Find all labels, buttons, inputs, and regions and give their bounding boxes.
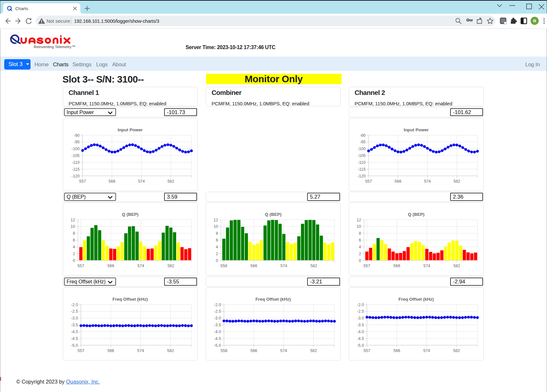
svg-text:558: 558 bbox=[220, 264, 227, 268]
svg-text:-3.5: -3.5 bbox=[71, 323, 78, 327]
svg-text:582: 582 bbox=[453, 179, 460, 184]
svg-text:-120: -120 bbox=[358, 174, 366, 178]
svg-text:-105: -105 bbox=[72, 153, 80, 158]
svg-text:-5.0: -5.0 bbox=[71, 343, 78, 348]
svg-text:566: 566 bbox=[395, 179, 401, 184]
svg-text:582: 582 bbox=[453, 348, 460, 353]
svg-text:-5.0: -5.0 bbox=[357, 343, 364, 348]
svg-text:4: 4 bbox=[216, 245, 218, 249]
svg-text:-3.5: -3.5 bbox=[214, 323, 221, 327]
svg-text:Freq Offset (kHz): Freq Offset (kHz) bbox=[112, 297, 148, 302]
svg-text:-3.0: -3.0 bbox=[214, 316, 221, 321]
svg-text:4: 4 bbox=[73, 245, 75, 249]
svg-text:-115: -115 bbox=[358, 167, 366, 172]
svg-text:582: 582 bbox=[310, 348, 317, 353]
svg-text:8: 8 bbox=[216, 231, 218, 236]
svg-text:566: 566 bbox=[250, 348, 257, 353]
svg-text:Freq Offset (kHz): Freq Offset (kHz) bbox=[255, 297, 291, 302]
svg-text:557: 557 bbox=[364, 348, 371, 353]
svg-text:8: 8 bbox=[359, 231, 361, 236]
svg-text:-2.5: -2.5 bbox=[214, 309, 221, 314]
svg-text:-4.5: -4.5 bbox=[214, 336, 221, 341]
svg-text:574: 574 bbox=[423, 348, 430, 353]
svg-text:566: 566 bbox=[251, 264, 257, 268]
svg-text:-95: -95 bbox=[74, 140, 80, 144]
svg-text:0: 0 bbox=[73, 258, 75, 263]
svg-text:-105: -105 bbox=[358, 153, 366, 158]
svg-text:-95: -95 bbox=[360, 140, 366, 144]
svg-text:557: 557 bbox=[77, 264, 84, 268]
svg-text:0: 0 bbox=[216, 258, 218, 263]
svg-text:574: 574 bbox=[280, 348, 287, 353]
svg-text:574: 574 bbox=[137, 264, 144, 268]
svg-text:566: 566 bbox=[394, 264, 400, 268]
svg-text:-100: -100 bbox=[358, 147, 366, 151]
svg-text:R: R bbox=[533, 19, 536, 23]
svg-text:Freq Offset (kHz): Freq Offset (kHz) bbox=[398, 297, 434, 302]
svg-text:-4.0: -4.0 bbox=[71, 330, 78, 334]
svg-text:-2.5: -2.5 bbox=[357, 309, 364, 314]
svg-text:-4.0: -4.0 bbox=[357, 330, 364, 334]
svg-text:-3.0: -3.0 bbox=[357, 316, 364, 321]
svg-text:574: 574 bbox=[138, 179, 145, 184]
svg-text:574: 574 bbox=[424, 179, 431, 184]
svg-text:Input Power: Input Power bbox=[404, 127, 429, 132]
svg-text:-115: -115 bbox=[72, 167, 80, 172]
svg-text:582: 582 bbox=[167, 179, 174, 184]
svg-text:557: 557 bbox=[365, 179, 372, 184]
svg-text:582: 582 bbox=[167, 264, 174, 268]
svg-text:-120: -120 bbox=[72, 174, 80, 178]
svg-text:-110: -110 bbox=[358, 160, 366, 165]
svg-text:574: 574 bbox=[137, 348, 144, 353]
svg-text:Input Power: Input Power bbox=[118, 127, 143, 132]
svg-text:557: 557 bbox=[363, 264, 370, 268]
svg-text:582: 582 bbox=[453, 264, 460, 268]
svg-text:2: 2 bbox=[216, 252, 218, 256]
svg-text:12: 12 bbox=[71, 218, 75, 222]
svg-text:Charts: Charts bbox=[15, 6, 28, 11]
svg-text:Not secure: Not secure bbox=[46, 18, 70, 24]
svg-text:Q (BEP): Q (BEP) bbox=[122, 212, 138, 217]
svg-text:-2.5: -2.5 bbox=[71, 309, 78, 314]
svg-text:558: 558 bbox=[221, 348, 228, 353]
svg-text:8: 8 bbox=[73, 231, 75, 236]
svg-text:10: 10 bbox=[71, 225, 75, 229]
svg-text:-3.5: -3.5 bbox=[357, 323, 364, 327]
svg-text:10: 10 bbox=[214, 225, 218, 229]
svg-text:574: 574 bbox=[280, 264, 287, 268]
svg-text:-2.0: -2.0 bbox=[71, 303, 78, 307]
svg-text:192.168.101.1:5000/logger/show: 192.168.101.1:5000/logger/show-charts/3 bbox=[74, 19, 159, 24]
svg-text:-110: -110 bbox=[72, 160, 80, 165]
svg-text:-5.0: -5.0 bbox=[214, 343, 221, 348]
svg-text:-2.0: -2.0 bbox=[357, 303, 364, 307]
svg-text:-100: -100 bbox=[72, 147, 80, 151]
svg-text:12: 12 bbox=[357, 218, 361, 222]
svg-text:557: 557 bbox=[79, 179, 86, 184]
svg-text:6: 6 bbox=[216, 238, 218, 242]
svg-text:2: 2 bbox=[73, 252, 75, 256]
svg-text:-3.0: -3.0 bbox=[71, 316, 78, 321]
svg-text:Q (BEP): Q (BEP) bbox=[265, 212, 281, 217]
svg-text:0: 0 bbox=[359, 258, 361, 263]
svg-text:Q (BEP): Q (BEP) bbox=[408, 212, 424, 217]
svg-text:6: 6 bbox=[359, 238, 361, 242]
svg-text:6: 6 bbox=[73, 238, 75, 242]
svg-text:566: 566 bbox=[109, 179, 115, 184]
svg-text:2: 2 bbox=[359, 252, 361, 256]
svg-text:-4.5: -4.5 bbox=[357, 336, 364, 341]
svg-text:Reinventing Telemetry™: Reinventing Telemetry™ bbox=[34, 45, 75, 49]
svg-text:-4.0: -4.0 bbox=[214, 330, 221, 334]
svg-text:4: 4 bbox=[359, 245, 361, 249]
svg-text:-4.5: -4.5 bbox=[71, 336, 78, 341]
svg-text:-90: -90 bbox=[74, 133, 80, 137]
svg-text:-2.0: -2.0 bbox=[214, 303, 221, 307]
svg-text:-90: -90 bbox=[360, 133, 366, 137]
svg-text:574: 574 bbox=[423, 264, 430, 268]
svg-text:582: 582 bbox=[167, 348, 174, 353]
svg-text:566: 566 bbox=[107, 348, 114, 353]
svg-text:12: 12 bbox=[214, 218, 218, 222]
svg-text:582: 582 bbox=[310, 264, 317, 268]
svg-text:566: 566 bbox=[393, 348, 400, 353]
svg-text:566: 566 bbox=[108, 264, 114, 268]
svg-text:557: 557 bbox=[78, 348, 85, 353]
